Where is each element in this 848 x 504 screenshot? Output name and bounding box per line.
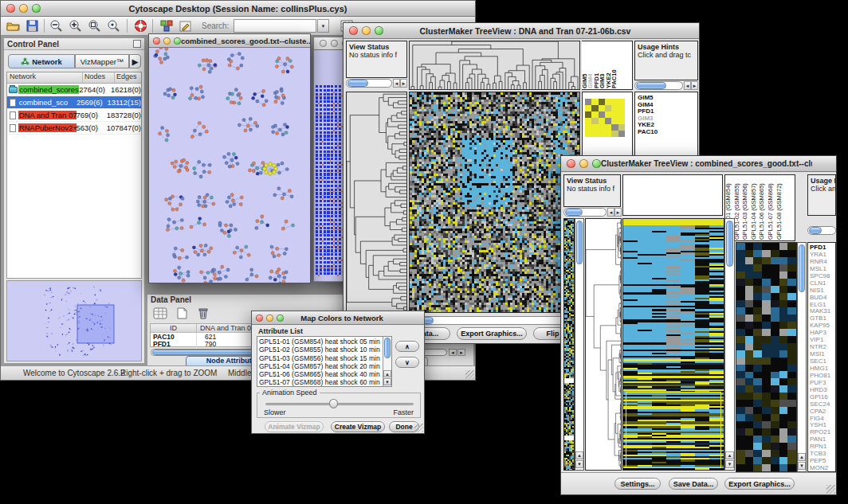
- scroll-up-icon[interactable]: ▲: [798, 453, 806, 461]
- gene-list-item[interactable]: CPA2: [810, 408, 835, 415]
- gene-list-item[interactable]: PAC10: [638, 128, 697, 135]
- gene-list-item[interactable]: NTR2: [810, 343, 835, 350]
- save-data-button[interactable]: Save Data...: [669, 478, 718, 490]
- view-status-hscrollbar[interactable]: [346, 79, 392, 88]
- close-icon[interactable]: [6, 4, 15, 13]
- col-header-nodes[interactable]: Nodes: [83, 72, 115, 83]
- search-dropdown-button[interactable]: ▼: [317, 19, 329, 33]
- resize-grip[interactable]: [826, 485, 835, 494]
- delete-attribute-icon[interactable]: [195, 306, 210, 321]
- scroll-right-icon[interactable]: ►: [457, 349, 465, 356]
- gene-list-item[interactable]: GIM4: [638, 101, 697, 108]
- gene-list-item[interactable]: YRA1: [810, 251, 835, 258]
- gene-list-item[interactable]: SEC24: [810, 400, 835, 408]
- attribute-select-icon[interactable]: [152, 306, 167, 321]
- help-icon[interactable]: [133, 18, 148, 33]
- attribute-list-item[interactable]: GPL51-07 (GSM868) heat shock 60 min: [259, 378, 381, 386]
- network-table-row[interactable]: combined_sco2569(6)13112(15): [7, 96, 141, 109]
- attribute-list-item[interactable]: GPL51-02 (GSM855) heat shock 10 min: [259, 346, 381, 354]
- resize-grip[interactable]: [465, 370, 474, 379]
- float-panel-icon[interactable]: [133, 40, 141, 48]
- gene-list-item[interactable]: NIS1: [810, 287, 835, 294]
- gene-list-item[interactable]: PFD1: [810, 244, 835, 251]
- zoom-window-icon[interactable]: [592, 159, 601, 168]
- attribute-list-vscrollbar[interactable]: ▲ ▼: [383, 337, 391, 386]
- gene-list-item[interactable]: RNR4: [810, 258, 835, 265]
- network-canvas[interactable]: [149, 48, 310, 283]
- speed-slider-thumb[interactable]: [329, 399, 338, 408]
- gene-list-item[interactable]: PAN1: [810, 436, 835, 443]
- vizmapper-icon[interactable]: [159, 18, 174, 33]
- network-table-row[interactable]: RNAPuberNov2+563(0)107847(0): [7, 122, 141, 135]
- window-controls[interactable]: [1, 4, 41, 13]
- gene-list-item[interactable]: CLN1: [810, 279, 835, 287]
- scroll-up-icon[interactable]: ▲: [383, 370, 391, 377]
- scroll-down-icon[interactable]: ▼: [575, 460, 583, 468]
- tab-network[interactable]: Network: [8, 54, 75, 68]
- zoom-out-icon[interactable]: [49, 18, 64, 33]
- scrollbar-thumb[interactable]: [576, 221, 583, 264]
- gene-list-item[interactable]: PEP5: [810, 457, 835, 464]
- scrollbar-thumb[interactable]: [636, 82, 666, 89]
- gene-list-item[interactable]: GIM5: [638, 94, 697, 101]
- close-icon[interactable]: [153, 37, 160, 45]
- attribute-list-item[interactable]: GPL51-01 (GSM854) heat shock 05 min: [259, 338, 381, 346]
- gene-list-item[interactable]: HMG1: [810, 365, 835, 372]
- gene-list-item[interactable]: MAK31: [810, 307, 835, 315]
- global-overview-strip[interactable]: [563, 218, 575, 471]
- gene-list-item[interactable]: MSL1: [810, 265, 835, 272]
- zoom-heatmap-canvas[interactable]: [736, 242, 797, 472]
- usage-hints-hscrollbar[interactable]: [634, 81, 683, 90]
- dialog-titlebar[interactable]: Map Colors to Network: [252, 311, 424, 325]
- close-icon[interactable]: [256, 315, 263, 322]
- network-overview-map[interactable]: [7, 281, 141, 361]
- gene-list-item[interactable]: HRD3: [810, 386, 835, 393]
- gene-list-item[interactable]: GIM3: [638, 115, 697, 122]
- gene-list-item[interactable]: MON2: [810, 464, 835, 471]
- scrollbar-thumb[interactable]: [384, 338, 391, 358]
- scrollbar-thumb[interactable]: [726, 221, 733, 267]
- column-dendrogram[interactable]: [622, 174, 723, 216]
- scroll-down-icon[interactable]: ▼: [725, 460, 734, 468]
- main-titlebar[interactable]: Cytoscape Desktop (Session Name: collins…: [1, 1, 475, 17]
- gene-list-item[interactable]: SEC1: [810, 357, 835, 365]
- scrollbar-thumb[interactable]: [809, 227, 822, 234]
- scroll-right-icon[interactable]: ►: [400, 79, 407, 88]
- zoom-window-icon[interactable]: [375, 26, 383, 35]
- scroll-left-icon[interactable]: ◄: [684, 81, 691, 90]
- attribute-list-item[interactable]: GPL51-06 (GSM865) heat shock 40 min: [259, 370, 381, 378]
- usage-hints-hscrollbar[interactable]: [807, 226, 836, 235]
- zoom-window-icon[interactable]: [174, 37, 181, 45]
- export-graphics-button[interactable]: Export Graphics...: [724, 478, 795, 490]
- scroll-left-icon[interactable]: ◄: [607, 208, 614, 217]
- new-attribute-icon[interactable]: [175, 306, 190, 321]
- gene-list-item[interactable]: GPI16: [810, 393, 835, 400]
- gene-list-item[interactable]: MSI1: [810, 350, 835, 357]
- scroll-left-icon[interactable]: ◄: [449, 349, 457, 356]
- minimize-icon[interactable]: [19, 4, 28, 13]
- row-dendrogram[interactable]: [585, 218, 622, 471]
- zoom-selected-icon[interactable]: [87, 18, 102, 33]
- close-icon[interactable]: [320, 40, 327, 47]
- gene-list-item[interactable]: GTB1: [810, 315, 835, 322]
- scroll-right-icon[interactable]: ►: [614, 208, 622, 217]
- scroll-up-icon[interactable]: ▲: [575, 451, 583, 459]
- gene-list-item[interactable]: BUD4: [810, 294, 835, 301]
- column-dendrogram[interactable]: [409, 41, 580, 90]
- gene-list-item[interactable]: YKE2: [638, 121, 697, 128]
- minimize-icon[interactable]: [266, 315, 273, 322]
- tab-overflow-arrow[interactable]: ▶: [129, 54, 141, 68]
- gene-list-item[interactable]: PHO81: [810, 372, 835, 379]
- attribute-list-item[interactable]: GPL51-04 (GSM857) heat shock 20 min: [259, 362, 381, 370]
- gene-list-item[interactable]: RPO21: [810, 428, 835, 436]
- zoom-window-icon[interactable]: [32, 4, 41, 13]
- minimize-icon[interactable]: [163, 37, 171, 45]
- gene-list-item[interactable]: KAP95: [810, 322, 835, 329]
- gene-list-item[interactable]: FIG4: [810, 415, 835, 422]
- minimize-icon[interactable]: [331, 40, 338, 47]
- gene-list-item[interactable]: HAP3: [810, 329, 835, 336]
- network-table-row[interactable]: combined_scores2764(0)16218(0): [7, 84, 141, 96]
- zoom-window-icon[interactable]: [277, 315, 284, 322]
- gene-list-item[interactable]: PFD1: [638, 107, 697, 115]
- tab-vizmapper[interactable]: VizMapper™: [75, 54, 129, 68]
